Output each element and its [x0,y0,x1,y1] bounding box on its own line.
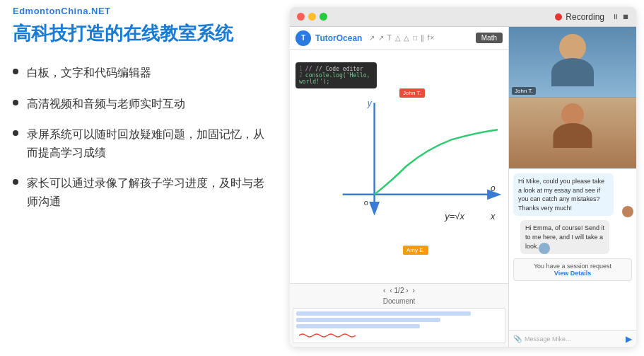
maximize-window-button[interactable] [320,13,327,21]
feature-list: 白板，文字和代码编辑器 高清视频和音频与老师实时互动 录屏系统可以随时回放疑难问… [13,64,274,224]
svg-text:x: x [490,211,496,222]
recording-label: Recording [566,12,604,22]
document-navigation: ‹ ‹ 1/2 › › [293,287,505,294]
chat-bubble-right: Hi Emma, of course! Send it to me here, … [520,220,609,254]
chat-bubble: Hi Mike, could you please take a look at… [513,173,614,216]
doc-line [296,318,440,322]
list-item: 高清视频和音频与老师实时互动 [13,95,274,113]
doc-line [296,324,420,328]
send-button[interactable]: ▶ [626,334,632,344]
app-header: T TutorOcean ↗ ↗ T △ △ □ ∥ f× Math [290,27,508,50]
doc-line [296,311,471,316]
close-window-button[interactable] [297,13,305,21]
svg-text:y=√x: y=√x [444,211,464,222]
video-panels: John T. ⛶ [509,27,636,168]
site-header: EdmontonChina.NET [13,6,111,16]
video-panel-teacher: John T. ⛶ [509,27,636,98]
recording-badge: Recording ⏸ ⏹ [555,12,629,22]
chat-text: Hi Emma, of course! Send it to me here, … [525,224,604,249]
chat-message-1: Hi Mike, could you please take a look at… [513,173,632,216]
document-section: ‹ ‹ 1/2 › › Document [290,283,508,347]
subject-badge: Math [476,33,503,43]
next-page-button[interactable]: › [413,287,415,294]
minimize-window-button[interactable] [308,13,316,21]
bullet-dot [13,130,18,136]
teacher-video-label: John T. [512,87,536,95]
whiteboard-area[interactable]: 1// // Code editor 2console.log('Hello, … [290,50,508,283]
chat-text: Hi Mike, could you please take a look at… [518,178,604,212]
list-item-text: 高清视频和音频与老师实时互动 [27,95,185,113]
message-input[interactable]: Message Mike... [525,335,623,343]
prev-page-button[interactable]: ‹ [383,287,385,294]
document-title: Document [293,297,505,305]
svg-text:o: o [364,198,368,207]
chat-panel: Hi Mike, could you please take a look at… [509,168,636,347]
document-content [293,308,505,343]
bullet-dot [13,100,18,105]
list-item: 家长可以通过录像了解孩子学习进度，及时与老师沟通 [13,174,274,210]
stop-button[interactable]: ⏹ [622,13,629,21]
view-details-link[interactable]: View Details [517,270,628,277]
list-item: 白板，文字和代码编辑器 [13,64,274,82]
video-panel-student [509,98,636,168]
sender-avatar [622,206,633,217]
list-item-text: 家长可以通过录像了解孩子学习进度，及时与老师沟通 [27,174,274,210]
expand-icon[interactable]: ⛶ [628,30,633,36]
whiteboard-panel: T TutorOcean ↗ ↗ T △ △ □ ∥ f× Math 1// /… [290,27,509,347]
page-title: 高科技打造的在线教室系统 [13,21,233,46]
squiggle-annotation [299,333,356,338]
math-graph: y=√x x y o o [290,50,508,283]
attachment-icon[interactable]: 📎 [513,335,522,343]
bullet-dot [13,179,18,185]
chat-message-2: Hi Emma, of course! Send it to me here, … [513,220,632,254]
main-content: T TutorOcean ↗ ↗ T △ △ □ ∥ f× Math 1// /… [290,27,636,347]
page-indicator: ‹ 1/2 › [390,287,408,294]
window-titlebar: Recording ⏸ ⏹ [290,7,636,27]
pause-button[interactable]: ⏸ [612,13,619,21]
app-name: TutorOcean [315,33,362,43]
traffic-lights [297,13,327,21]
toolbar-tools: ↗ ↗ T △ △ □ ∥ f× [369,34,435,42]
app-mockup: Recording ⏸ ⏹ T TutorOcean ↗ ↗ T △ △ □ ∥… [290,7,636,347]
list-item: 录屏系统可以随时回放疑难问题，加固记忆，从而提高学习成绩 [13,125,274,161]
chat-input-bar: 📎 Message Mike... ▶ [509,330,636,347]
bullet-dot [13,69,18,74]
svg-text:o: o [491,183,496,193]
tutor-ocean-logo: T [295,30,311,46]
recording-indicator [555,13,562,21]
svg-text:y: y [367,98,373,108]
list-item-text: 白板，文字和代码编辑器 [27,64,151,82]
right-panel: John T. ⛶ Hi Mike, could you please take… [509,27,636,347]
list-item-text: 录屏系统可以随时回放疑难问题，加固记忆，从而提高学习成绩 [27,125,274,161]
session-request-card: You have a session request View Details [513,258,632,281]
chat-messages: Hi Mike, could you please take a look at… [509,169,636,330]
recording-controls: ⏸ ⏹ [612,13,629,21]
session-request-text: You have a session request [517,263,628,270]
